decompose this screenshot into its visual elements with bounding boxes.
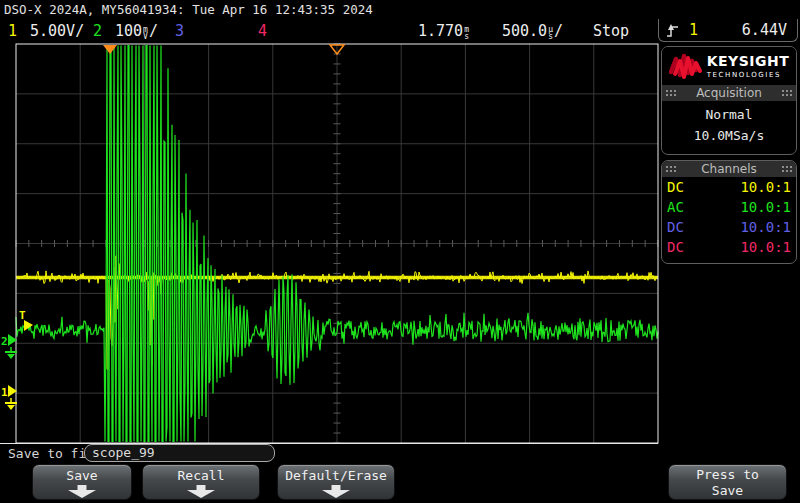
grip-dots-icon xyxy=(781,89,793,98)
keysight-brand-text: KEYSIGHT xyxy=(707,53,790,69)
keysight-sub-text: TECHNOLOGIES xyxy=(707,71,790,79)
filename-input[interactable] xyxy=(84,444,275,462)
ch1-ground-marker[interactable]: 1 xyxy=(1,385,17,410)
keysight-logo: KEYSIGHT TECHNOLOGIES xyxy=(662,47,796,85)
trigger-position-marker[interactable] xyxy=(103,45,117,54)
oscilloscope-screen: DSO-X 2024A, MY56041934: Tue Apr 16 12:4… xyxy=(0,0,800,503)
channels-panel-header[interactable]: Channels xyxy=(662,161,796,177)
recall-softkey[interactable]: Recall xyxy=(142,464,260,500)
acquisition-panel-header[interactable]: Acquisition xyxy=(662,85,796,101)
default-erase-softkey[interactable]: Default/Erase xyxy=(277,464,395,500)
press-to-save-softkey[interactable]: Press to Save xyxy=(668,464,787,500)
svg-text:1: 1 xyxy=(1,386,8,399)
save-softkey[interactable]: Save xyxy=(32,464,132,500)
keysight-spark-icon xyxy=(669,51,703,81)
channel-2-row: AC10.0:1 xyxy=(662,197,796,217)
sample-rate: 10.0MSa/s xyxy=(662,128,796,143)
svg-text:2: 2 xyxy=(1,335,8,348)
acquisition-panel: KEYSIGHT TECHNOLOGIES Acquisition Normal… xyxy=(661,46,797,155)
svg-text:T: T xyxy=(19,309,26,322)
channel-1-row: DC10.0:1 xyxy=(662,177,796,197)
channels-panel: Channels DC10.0:1 AC10.0:1 DC10.0:1 DC10… xyxy=(661,160,797,264)
channel-3-row: DC10.0:1 xyxy=(662,217,796,237)
acquisition-mode: Normal xyxy=(662,107,796,122)
grip-dots-icon xyxy=(781,165,793,174)
grip-dots-icon xyxy=(665,89,677,98)
menu-down-arrow-icon xyxy=(187,485,215,498)
menu-down-arrow-icon xyxy=(68,485,96,498)
channel-4-row: DC10.0:1 xyxy=(662,237,796,257)
menu-down-arrow-icon xyxy=(322,485,350,498)
grip-dots-icon xyxy=(665,165,677,174)
ch2-ground-marker[interactable]: 2 xyxy=(1,334,17,359)
